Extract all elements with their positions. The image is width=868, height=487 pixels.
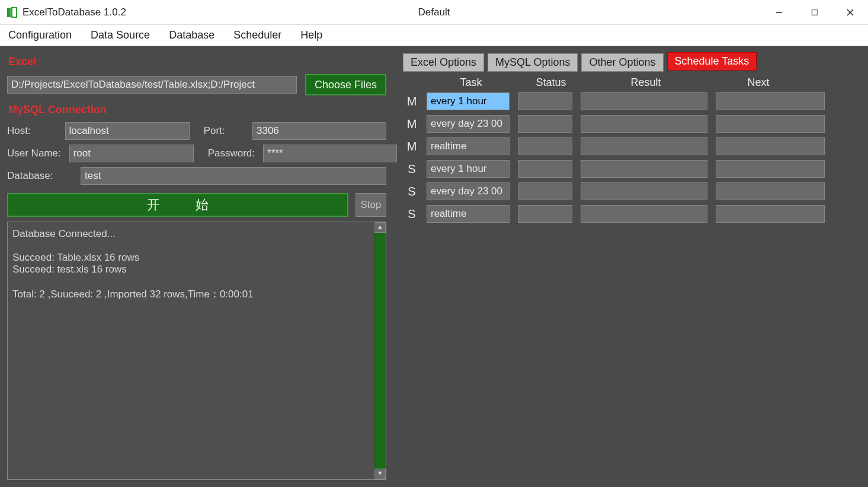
menu-help[interactable]: Help: [297, 27, 326, 44]
tab-other-options[interactable]: Other Options: [581, 53, 663, 72]
tab-mysql-options[interactable]: MySQL Options: [488, 53, 578, 72]
log-area: Database Connected... Succeed: Table.xls…: [7, 222, 386, 480]
cell-task[interactable]: [427, 92, 510, 110]
cell-result[interactable]: [581, 160, 707, 178]
svg-rect-0: [7, 8, 11, 17]
excel-section-label: Excel: [8, 56, 386, 68]
schedule-row: S: [405, 205, 861, 223]
port-input[interactable]: [252, 122, 386, 140]
row-flag: S: [405, 162, 418, 176]
cell-result[interactable]: [581, 205, 707, 223]
menu-data-source[interactable]: Data Source: [87, 27, 153, 44]
app-icon: [6, 7, 18, 18]
left-pane: Excel Choose Files MySQL Connection Host…: [7, 52, 386, 480]
row-flag: M: [405, 95, 418, 108]
maximize-button[interactable]: [797, 0, 832, 24]
tabs: Excel OptionsMySQL OptionsOther OptionsS…: [403, 52, 861, 71]
database-input[interactable]: [81, 167, 386, 185]
menu-configuration[interactable]: Configuration: [5, 27, 75, 44]
cell-result[interactable]: [581, 182, 707, 200]
cell-task[interactable]: [427, 160, 510, 178]
cell-result[interactable]: [581, 115, 707, 133]
cell-task[interactable]: [427, 137, 510, 155]
col-status: Status: [515, 76, 587, 89]
titlebar: ExcelToDatabase 1.0.2 Default: [0, 0, 868, 25]
cell-next[interactable]: [716, 137, 825, 155]
schedule-row: M: [405, 92, 861, 110]
close-button[interactable]: [832, 0, 868, 24]
schedule-rows: MMMSSS: [403, 92, 861, 223]
col-result: Result: [587, 76, 705, 89]
scroll-down-icon[interactable]: ▼: [374, 469, 386, 479]
cell-status[interactable]: [518, 205, 572, 223]
host-input[interactable]: [65, 122, 190, 140]
col-next: Next: [705, 76, 812, 89]
menu-scheduler[interactable]: Scheduler: [230, 27, 285, 44]
file-path-input[interactable]: [7, 76, 297, 94]
password-input[interactable]: [263, 145, 397, 162]
cell-status[interactable]: [518, 92, 572, 110]
user-input[interactable]: [69, 145, 194, 162]
password-label: Password:: [208, 148, 255, 159]
cell-status[interactable]: [518, 160, 572, 178]
schedule-row: M: [405, 115, 861, 133]
svg-rect-3: [812, 9, 818, 15]
minimize-button[interactable]: [761, 0, 797, 24]
menubar: ConfigurationData SourceDatabaseSchedule…: [0, 25, 868, 46]
schedule-row: S: [405, 160, 861, 178]
tab-schedule-tasks[interactable]: Schedule Tasks: [667, 52, 757, 71]
col-task: Task: [427, 76, 515, 89]
mysql-section-label: MySQL Connection: [8, 104, 386, 116]
scroll-up-icon[interactable]: ▲: [374, 222, 386, 233]
cell-next[interactable]: [716, 160, 825, 178]
cell-next[interactable]: [716, 182, 825, 200]
stop-button[interactable]: Stop: [355, 193, 386, 217]
schedule-header: Task Status Result Next: [403, 74, 861, 92]
svg-rect-1: [12, 8, 17, 17]
cell-status[interactable]: [518, 137, 572, 155]
cell-result[interactable]: [581, 92, 707, 110]
cell-next[interactable]: [716, 205, 825, 223]
cell-next[interactable]: [716, 92, 825, 110]
window-controls: [761, 0, 868, 24]
user-label: User Name:: [7, 148, 61, 159]
log-text: Database Connected... Succeed: Table.xls…: [8, 222, 374, 479]
cell-result[interactable]: [581, 137, 707, 155]
cell-next[interactable]: [716, 115, 825, 133]
cell-task[interactable]: [427, 205, 510, 223]
cell-status[interactable]: [518, 182, 572, 200]
schedule-row: M: [405, 137, 861, 155]
row-flag: M: [405, 117, 418, 131]
schedule-row: S: [405, 182, 861, 200]
host-label: Host:: [7, 125, 57, 137]
start-button[interactable]: 开始: [7, 193, 348, 217]
port-label: Port:: [204, 125, 244, 137]
cell-status[interactable]: [518, 115, 572, 133]
row-flag: M: [405, 140, 418, 153]
choose-files-button[interactable]: Choose Files: [305, 74, 386, 95]
cell-task[interactable]: [427, 182, 510, 200]
menu-database[interactable]: Database: [165, 27, 218, 44]
database-label: Database:: [7, 170, 72, 182]
right-pane: Excel OptionsMySQL OptionsOther OptionsS…: [403, 52, 861, 480]
window-subtitle: Default: [418, 7, 450, 18]
cell-task[interactable]: [427, 115, 510, 133]
row-flag: S: [405, 207, 418, 221]
app-title: ExcelToDatabase 1.0.2: [23, 7, 126, 18]
tab-excel-options[interactable]: Excel Options: [403, 53, 484, 72]
row-flag: S: [405, 185, 418, 198]
workarea: Excel Choose Files MySQL Connection Host…: [0, 46, 868, 487]
log-scrollbar[interactable]: ▲ ▼: [374, 222, 386, 479]
